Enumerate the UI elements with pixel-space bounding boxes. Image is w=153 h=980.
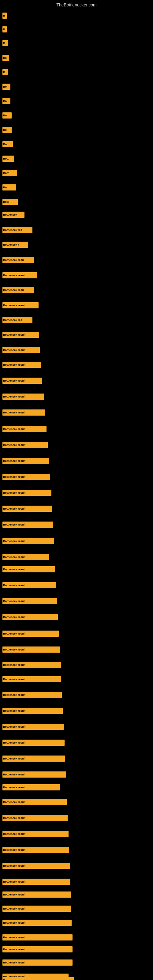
- bar-label: Bottleneck: [2, 212, 24, 218]
- bar-label: Bot: [2, 141, 13, 147]
- bar-row: Bottleneck result: [2, 377, 42, 384]
- bar-label: Bottleneck result: [2, 977, 74, 980]
- bar-label: Bottleneck result: [2, 630, 59, 637]
- bar-row: Bottleneck result: [2, 920, 72, 926]
- bar-label: Bottleneck result: [2, 799, 67, 805]
- bar-row: Bottleneck result: [2, 630, 59, 637]
- bar-row: Bo: [2, 126, 12, 133]
- bar-row: Bottleneck result: [2, 474, 50, 480]
- bar-label: Bottleneck result: [2, 522, 53, 528]
- bar-row: Bottleneck result: [2, 771, 66, 778]
- bar-row: Bottleneck result: [2, 409, 45, 416]
- bar-label: Bottleneck result: [2, 490, 51, 496]
- bar-label: Bottleneck result: [2, 378, 42, 384]
- bar-label: Bottleneck result: [2, 879, 70, 885]
- bar-label: Bottleneck result: [2, 920, 72, 926]
- bar-row: Bottleneck result: [2, 521, 53, 528]
- bar-row: Bottleneck result: [2, 505, 52, 512]
- bar-row: Bottl: [2, 199, 18, 205]
- bar-row: Bott: [2, 155, 14, 162]
- bar-label: Bottleneck result: [2, 332, 39, 338]
- bar-row: Bottleneck resu: [2, 286, 34, 293]
- bar-label: Bottleneck result: [2, 784, 60, 791]
- bar-label: Bottleneck result: [2, 831, 69, 837]
- bar-label: Bott: [2, 156, 14, 162]
- bar-row: Bottleneck result: [2, 959, 73, 966]
- bar-row: Bottleneck result: [2, 977, 74, 980]
- bar-label: Bottleneck result: [2, 538, 54, 544]
- bar-row: Bottleneck result: [2, 272, 37, 279]
- bar-row: Bottleneck result: [2, 934, 73, 941]
- bar-label: Bottl: [2, 199, 18, 205]
- bar-row: Bottleneck result: [2, 891, 71, 898]
- bar-label: Bottleneck result: [2, 708, 63, 714]
- bar-label: Bottleneck result: [2, 614, 58, 620]
- bar-row: Bottleneck result: [2, 554, 49, 560]
- bar-row: Bottleneck result: [2, 302, 38, 309]
- bar-label: Bottleneck result: [2, 772, 66, 778]
- bar-label: Bo: [2, 112, 12, 119]
- bar-row: Bottleneck result: [2, 361, 41, 368]
- bar-row: Bottl: [2, 170, 17, 177]
- bar-row: Bottleneck result: [2, 442, 48, 449]
- bar-row: Bottleneck r: [2, 241, 28, 248]
- bar-label: Bottleneck result: [2, 272, 37, 278]
- bar-label: Bottleneck result: [2, 756, 65, 762]
- bar-label: Bottleneck result: [2, 362, 41, 368]
- bar-label: Bottleneck result: [2, 409, 45, 415]
- bar-row: Bottleneck result: [2, 946, 73, 953]
- bar-label: Bottleneck result: [2, 393, 44, 400]
- bar-label: Bottleneck resu: [2, 287, 34, 293]
- bar-row: Bottleneck result: [2, 878, 70, 885]
- site-title: TheBottlenecker.com: [0, 0, 153, 9]
- bar-label: Bottleneck result: [2, 302, 38, 309]
- bar-label: Bottleneck result: [2, 582, 56, 588]
- bar-label: Bottleneck result: [2, 598, 57, 604]
- bar-label: Bo: [2, 98, 10, 104]
- bar-row: B: [2, 26, 7, 33]
- bar-row: B: [2, 69, 8, 76]
- bar-row: Bottleneck result: [2, 830, 69, 837]
- bar-label: Bo: [2, 55, 9, 61]
- bar-row: Bottleneck result: [2, 489, 51, 496]
- bar-label: B: [2, 69, 8, 75]
- bar-row: Bottleneck result: [2, 426, 46, 433]
- bar-row: Bottleneck result: [2, 846, 69, 853]
- bar-label: Bottleneck result: [2, 891, 71, 897]
- bar-label: Bottleneck result: [2, 554, 49, 560]
- bar-label: Bottl: [2, 170, 17, 176]
- bar-row: Bottleneck res: [2, 227, 32, 233]
- bar-row: Bottleneck result: [2, 905, 71, 912]
- bar-label: Bottleneck result: [2, 740, 65, 746]
- bar-row: Bottleneck result: [2, 331, 39, 338]
- bar-label: B: [2, 26, 7, 32]
- bar-label: B: [2, 13, 7, 19]
- bar-label: Bottleneck result: [2, 676, 61, 682]
- bar-label: Bottleneck result: [2, 662, 61, 668]
- bar-row: Bottleneck result: [2, 347, 40, 353]
- bar-label: Bo: [2, 127, 12, 133]
- bar-label: Bottleneck result: [2, 959, 73, 966]
- bar-label: Bottleneck result: [2, 863, 70, 869]
- bar-row: B: [2, 12, 7, 19]
- bar-row: Bottleneck result: [2, 862, 70, 869]
- bar-row: Bottleneck result: [2, 566, 55, 573]
- bar-row: Bottleneck result: [2, 755, 65, 762]
- bar-row: Bo: [2, 98, 10, 105]
- bar-row: Bo: [2, 54, 9, 61]
- bar-label: Bottleneck result: [2, 347, 40, 353]
- bar-label: Bottleneck result: [2, 815, 68, 821]
- bar-label: Bottleneck result: [2, 566, 55, 573]
- bar-row: Bottleneck result: [2, 723, 64, 730]
- bar-label: Bottleneck resu: [2, 257, 34, 263]
- bar-row: Bo: [2, 112, 12, 119]
- bar-row: Bottleneck result: [2, 799, 67, 805]
- bar-row: Bottleneck result: [2, 676, 61, 682]
- bar-label: Bottleneck result: [2, 934, 73, 940]
- bar-label: Bottleneck res: [2, 227, 32, 233]
- bar-row: Bottleneck result: [2, 538, 54, 544]
- bar-row: Bottleneck result: [2, 646, 60, 653]
- bar-label: Bottleneck result: [2, 474, 50, 480]
- bar-row: Bottleneck result: [2, 614, 58, 620]
- bar-label: B: [2, 40, 8, 46]
